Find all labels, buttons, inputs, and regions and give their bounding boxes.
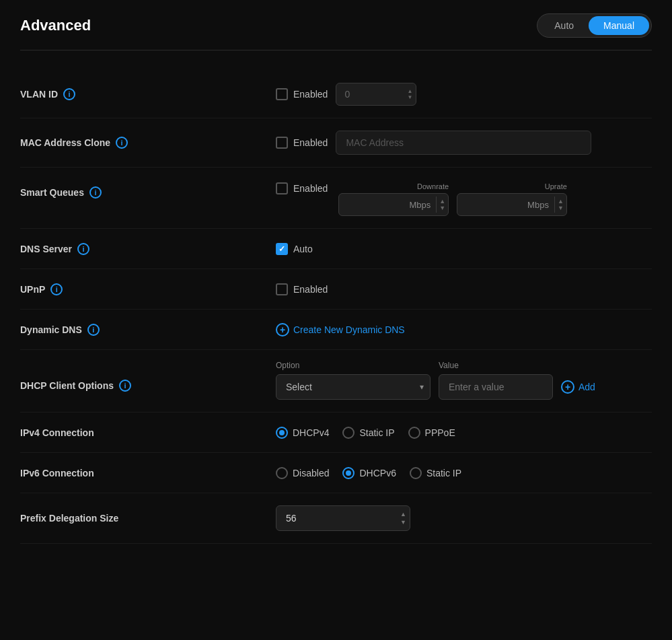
- mac-address-clone-row: MAC Address Clone i Enabled: [20, 118, 652, 168]
- dhcp-client-options-info-icon[interactable]: i: [119, 380, 131, 392]
- upnp-checkbox-wrapper[interactable]: Enabled: [276, 283, 328, 295]
- smart-queues-rates: Downrate Mbps ▲ ▼ Uprate: [338, 182, 566, 216]
- ipv4-connection-control: DHCPv4 Static IP PPPoE: [276, 427, 652, 439]
- dhcp-options-group: Option Value Select ▾ +: [276, 361, 652, 400]
- smart-queues-control: Enabled Downrate Mbps ▲ ▼: [276, 182, 652, 216]
- ipv6-dhcpv6-radio[interactable]: [342, 467, 354, 479]
- page-container: Advanced Auto Manual VLAN ID i Enabled: [0, 0, 672, 557]
- ipv6-connection-text: IPv6 Connection: [20, 468, 94, 478]
- smart-queues-checkbox-wrapper[interactable]: Enabled: [276, 182, 328, 194]
- create-dynamic-dns-button[interactable]: + Create New Dynamic DNS: [276, 323, 405, 336]
- upnp-row: UPnP i Enabled: [20, 269, 652, 310]
- dhcp-value-input[interactable]: [439, 374, 553, 400]
- prefix-delegation-size-label: Prefix Delegation Size: [20, 513, 276, 524]
- mac-address-clone-checkbox[interactable]: [276, 137, 288, 149]
- ipv4-connection-label: IPv4 Connection: [20, 427, 276, 438]
- dns-server-info-icon[interactable]: i: [77, 243, 89, 255]
- vlan-id-spinner: ▲ ▼: [407, 89, 412, 100]
- ipv4-static-ip-label: Static IP: [359, 427, 394, 438]
- prefix-spinner-up[interactable]: ▲: [400, 511, 406, 518]
- ipv6-static-ip-option[interactable]: Static IP: [410, 467, 461, 479]
- ipv4-radio-group: DHCPv4 Static IP PPPoE: [276, 427, 455, 439]
- dns-server-checkbox-wrapper[interactable]: Auto: [276, 243, 313, 255]
- ipv4-connection-text: IPv4 Connection: [20, 427, 94, 438]
- smart-queues-text: Smart Queues: [20, 187, 84, 198]
- vlan-id-label: VLAN ID i: [20, 88, 276, 100]
- dynamic-dns-info-icon[interactable]: i: [87, 324, 100, 336]
- vlan-id-checkbox[interactable]: [276, 88, 288, 100]
- vlan-id-text: VLAN ID: [20, 89, 58, 100]
- uprate-spinner: ▲ ▼: [554, 197, 566, 213]
- ipv6-disabled-option[interactable]: Disabled: [276, 467, 329, 479]
- downrate-group: Downrate Mbps ▲ ▼: [338, 182, 449, 216]
- uprate-spinner-up[interactable]: ▲: [558, 198, 564, 205]
- mac-address-clone-control: Enabled: [276, 131, 652, 155]
- uprate-group: Uprate Mbps ▲ ▼: [457, 182, 567, 216]
- smart-queues-info-icon[interactable]: i: [89, 186, 102, 199]
- dns-server-control: Auto: [276, 243, 652, 255]
- uprate-input[interactable]: [457, 194, 525, 215]
- dns-server-row: DNS Server i Auto: [20, 229, 652, 269]
- ipv4-dhcpv4-option[interactable]: DHCPv4: [276, 427, 329, 439]
- mac-address-clone-input[interactable]: [336, 131, 591, 155]
- mac-address-clone-text: MAC Address Clone: [20, 137, 110, 148]
- smart-queues-checkbox[interactable]: [276, 182, 288, 194]
- prefix-spinner-down[interactable]: ▼: [400, 519, 406, 526]
- dynamic-dns-control: + Create New Dynamic DNS: [276, 323, 652, 336]
- dhcp-select-wrapper: Select ▾: [276, 374, 431, 400]
- option-column-label: Option: [276, 361, 431, 370]
- dynamic-dns-text: Dynamic DNS: [20, 324, 82, 335]
- mac-address-clone-checkbox-wrapper[interactable]: Enabled: [276, 137, 328, 149]
- ipv4-dhcpv4-radio[interactable]: [276, 427, 288, 439]
- vlan-id-control: Enabled ▲ ▼: [276, 83, 652, 106]
- manual-toggle-btn[interactable]: Manual: [589, 16, 649, 35]
- ipv4-dhcpv4-label: DHCPv4: [293, 427, 329, 438]
- downrate-spinner-up[interactable]: ▲: [439, 198, 445, 205]
- ipv6-static-ip-label: Static IP: [426, 468, 461, 478]
- upnp-control: Enabled: [276, 283, 652, 295]
- mac-address-clone-checkbox-label: Enabled: [293, 137, 328, 148]
- dynamic-dns-label: Dynamic DNS i: [20, 324, 276, 336]
- auto-toggle-btn[interactable]: Auto: [539, 16, 589, 35]
- downrate-input-wrapper: Mbps ▲ ▼: [338, 193, 449, 216]
- ipv4-static-ip-radio[interactable]: [342, 427, 354, 439]
- add-label: Add: [578, 382, 595, 392]
- ipv4-pppoe-radio[interactable]: [408, 427, 420, 439]
- mac-address-clone-info-icon[interactable]: i: [116, 137, 128, 149]
- vlan-id-spinner-down[interactable]: ▼: [407, 95, 412, 100]
- ipv4-pppoe-option[interactable]: PPPoE: [408, 427, 455, 439]
- vlan-id-checkbox-wrapper[interactable]: Enabled: [276, 88, 328, 100]
- dhcp-client-options-text: DHCP Client Options: [20, 380, 114, 391]
- vlan-id-spinner-up[interactable]: ▲: [407, 89, 412, 94]
- prefix-delegation-size-row: Prefix Delegation Size ▲ ▼: [20, 493, 652, 544]
- ipv6-connection-row: IPv6 Connection Disabled DHCPv6 Static I…: [20, 453, 652, 493]
- ipv4-pppoe-label: PPPoE: [425, 427, 455, 438]
- ipv6-radio-group: Disabled DHCPv6 Static IP: [276, 467, 461, 479]
- dhcp-add-button[interactable]: + Add: [561, 380, 595, 394]
- vlan-id-row: VLAN ID i Enabled ▲ ▼: [20, 71, 652, 118]
- ipv6-connection-label: IPv6 Connection: [20, 468, 276, 478]
- downrate-spinner-down[interactable]: ▼: [439, 205, 445, 211]
- dynamic-dns-row: Dynamic DNS i + Create New Dynamic DNS: [20, 310, 652, 350]
- ipv6-dhcpv6-option[interactable]: DHCPv6: [342, 467, 396, 479]
- upnp-checkbox[interactable]: [276, 283, 288, 295]
- ipv6-disabled-label: Disabled: [293, 468, 329, 478]
- downrate-label: Downrate: [338, 182, 449, 190]
- dns-server-checkbox[interactable]: [276, 243, 288, 255]
- dhcp-option-select[interactable]: Select: [276, 374, 431, 400]
- ipv6-static-ip-radio[interactable]: [410, 467, 422, 479]
- vlan-id-info-icon[interactable]: i: [63, 88, 75, 100]
- uprate-unit: Mbps: [525, 194, 554, 215]
- uprate-label: Uprate: [457, 182, 567, 190]
- ipv6-disabled-radio[interactable]: [276, 467, 288, 479]
- prefix-spinner: ▲ ▼: [400, 511, 406, 526]
- downrate-input[interactable]: [339, 194, 406, 215]
- uprate-spinner-down[interactable]: ▼: [558, 205, 564, 211]
- upnp-label: UPnP i: [20, 283, 276, 295]
- upnp-info-icon[interactable]: i: [50, 283, 63, 295]
- downrate-spinner: ▲ ▼: [436, 197, 448, 213]
- ipv4-static-ip-option[interactable]: Static IP: [342, 427, 394, 439]
- prefix-delegation-input[interactable]: [276, 505, 410, 531]
- vlan-id-number-input[interactable]: [336, 83, 416, 106]
- dns-server-label: DNS Server i: [20, 243, 276, 255]
